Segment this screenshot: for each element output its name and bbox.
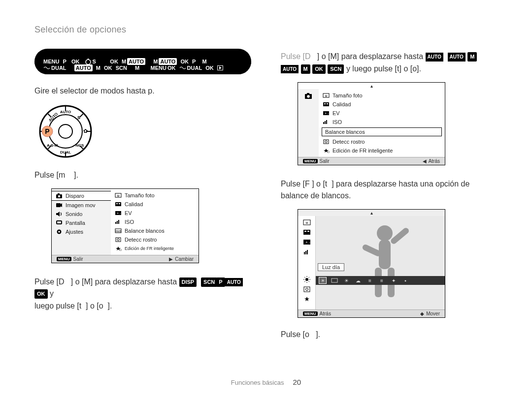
menu1-left-item-pantalla[interactable]: Pantalla xyxy=(52,218,111,227)
star-off-icon: OFF xyxy=(115,246,122,251)
wb-opt-sun-icon[interactable]: ☀ xyxy=(342,277,350,284)
svg-text:OFF: OFF xyxy=(120,248,122,251)
wb-icon: RWB xyxy=(115,228,122,234)
iso-icon xyxy=(302,248,311,255)
menu1-right-item[interactable]: +-EV xyxy=(111,209,199,217)
menu2-right-item[interactable]: Detecc rostro xyxy=(319,137,445,146)
svg-point-48 xyxy=(117,238,119,240)
svg-rect-77 xyxy=(304,252,305,254)
svg-text:+: + xyxy=(325,112,327,115)
menu2-footer: MENU Salir ◀ Atrás xyxy=(298,157,445,165)
menu2-right-item[interactable]: ISO xyxy=(319,118,445,126)
svg-text:M: M xyxy=(325,94,328,97)
svg-text:DUAL: DUAL xyxy=(60,150,71,154)
wb-opt-fluor-h-icon[interactable]: ≡ xyxy=(366,277,374,284)
face-icon xyxy=(302,286,311,293)
wb-opt-fluor-l-icon[interactable]: ≡ xyxy=(378,277,386,284)
svg-rect-44 xyxy=(118,220,119,224)
svg-text:+: + xyxy=(305,240,308,245)
svg-rect-96 xyxy=(390,227,410,245)
sound-icon xyxy=(56,211,63,217)
page-footer: Funciones básicas20 xyxy=(0,378,532,386)
svg-text:+: + xyxy=(117,212,119,215)
iso-icon xyxy=(115,219,122,225)
svg-rect-89 xyxy=(304,287,310,292)
menu1-left-label: Imagen mov xyxy=(66,202,96,208)
menu1-right-item[interactable]: Detecc rostro xyxy=(111,235,199,244)
wb-opt-daylight-icon[interactable]: ☀ xyxy=(319,277,327,284)
menu1-left-item-ajustes[interactable]: Ajustes xyxy=(52,227,111,236)
svg-rect-52 xyxy=(307,93,309,94)
menu1-right-item[interactable]: OFFEdición de FR inteligente xyxy=(111,244,199,253)
menu1-left-label: Sonido xyxy=(66,211,82,217)
star-off-icon xyxy=(302,296,311,303)
menu-label-icon: MENU xyxy=(303,159,318,163)
menu1-left-item-sonido[interactable]: Sonido xyxy=(52,210,111,218)
wb-opt-tungsten-icon[interactable]: ✦ xyxy=(390,277,398,284)
menu1-right-item[interactable]: RWBBalance blancos xyxy=(111,226,199,235)
svg-rect-58 xyxy=(327,103,328,104)
menu2-right-item[interactable]: MTamaño foto xyxy=(319,91,445,100)
menu2-right-item[interactable]: OFFEdición de FR inteligente xyxy=(319,146,445,155)
menu1-right-item[interactable]: Calidad xyxy=(111,200,199,209)
wb-opt-cloud-icon[interactable]: ☁ xyxy=(354,277,362,284)
svg-text:✿: ✿ xyxy=(83,128,88,134)
left-cat-icon[interactable] xyxy=(298,91,319,101)
ev-icon: +- xyxy=(115,210,122,216)
timer-icon xyxy=(85,58,92,65)
svg-rect-37 xyxy=(116,203,118,204)
wb-screenshot: ▴ M +- xyxy=(298,209,445,318)
left-column: MENU P OK S OK M AUTO MAUTO OK P M DUAL xyxy=(34,49,251,348)
svg-point-53 xyxy=(307,95,310,98)
svg-rect-38 xyxy=(119,203,120,204)
svg-text:M: M xyxy=(305,221,308,224)
svg-rect-72 xyxy=(304,231,306,232)
svg-rect-43 xyxy=(117,221,118,224)
ev-icon: +- xyxy=(323,110,330,116)
svg-text:M: M xyxy=(117,194,120,197)
svg-rect-27 xyxy=(56,203,61,207)
menu1-footer: MENU Salir ▶ Cambiar xyxy=(52,255,199,263)
svg-point-80 xyxy=(305,278,308,281)
step5-text: Pulse [F ] o [t ] para desplazarse hasta… xyxy=(281,178,498,203)
svg-rect-1 xyxy=(88,59,89,60)
arrow-right-icon: ▶ xyxy=(169,256,173,262)
quality-icon xyxy=(115,201,122,207)
svg-rect-78 xyxy=(305,251,306,254)
sun-icon xyxy=(302,276,311,283)
svg-text:RWB: RWB xyxy=(115,230,121,233)
menu1-left-item-disparo[interactable]: Disparo xyxy=(52,191,111,201)
menu2-right-item[interactable]: +-EV xyxy=(319,109,445,118)
wb-option-strip[interactable]: ☀ ☀ ☁ ≡ ≡ ✦ ▪ xyxy=(316,276,445,285)
svg-line-87 xyxy=(304,281,305,282)
svg-rect-63 xyxy=(325,121,326,124)
svg-rect-65 xyxy=(324,140,329,144)
menu2-right-item-selected[interactable]: Balance blancos xyxy=(322,127,442,136)
svg-point-14 xyxy=(59,124,72,138)
svg-text:AUTO: AUTO xyxy=(60,110,71,114)
svg-text:OFF: OFF xyxy=(328,151,330,153)
wb-footer: MENU Atrás ◆ Mover xyxy=(298,309,445,317)
svg-point-92 xyxy=(377,225,393,241)
menu2-right-item[interactable]: Calidad xyxy=(319,100,445,109)
svg-text:s: s xyxy=(77,114,80,120)
menu1-right-item[interactable]: ISO xyxy=(111,217,199,226)
step2-text: Pulse [m ]. xyxy=(34,169,251,182)
svg-text:P: P xyxy=(45,127,49,135)
move-icon: ◆ xyxy=(420,311,424,316)
menu1-left-item-imagen[interactable]: Imagen mov xyxy=(52,201,111,210)
svg-line-85 xyxy=(304,277,305,278)
svg-rect-42 xyxy=(115,222,116,224)
svg-text:-: - xyxy=(309,240,310,245)
menu-screenshot-1: Disparo Imagen mov Sonido xyxy=(51,188,199,263)
step4-text: Pulse [D ] o [M] para desplazarse hasta … xyxy=(281,51,498,75)
wb-selected-label: Luz día xyxy=(318,263,344,271)
svg-rect-47 xyxy=(116,238,121,242)
wb-opt-auto-icon[interactable] xyxy=(331,277,338,284)
wb-opt-custom-icon[interactable]: ▪ xyxy=(401,277,409,284)
menu1-right-item[interactable]: MTamaño foto xyxy=(111,191,199,200)
menu2-left-iconcol xyxy=(298,89,319,157)
step1-text: Gire el selector de modos hasta p. xyxy=(34,85,251,97)
arrow-left-icon: ◀ xyxy=(423,158,427,164)
svg-rect-62 xyxy=(323,122,324,124)
